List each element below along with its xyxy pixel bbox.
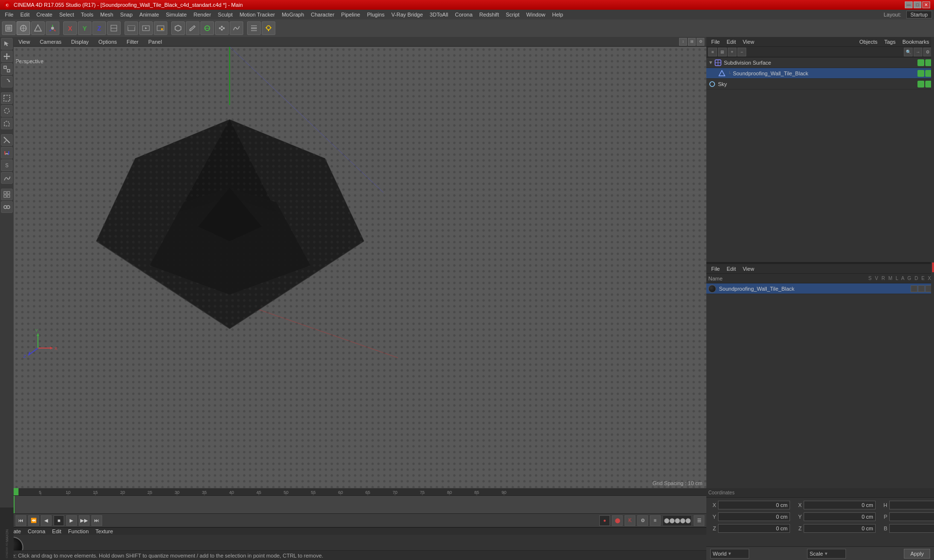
play-btn[interactable]: ▶ xyxy=(66,515,77,526)
viewport-icon-expand[interactable]: ↕ xyxy=(679,38,687,46)
viewport-menu-options[interactable]: Options xyxy=(95,38,120,46)
om-bookmarks-btn[interactable]: Bookmarks xyxy=(899,38,932,45)
viewport-icon-settings[interactable]: ⚙ xyxy=(697,38,704,46)
tool-knife[interactable] xyxy=(1,134,13,146)
mp-texture-btn[interactable]: Texture xyxy=(92,528,116,535)
render-to-pic-btn[interactable] xyxy=(154,21,167,35)
menu-script[interactable]: Script xyxy=(503,11,522,18)
cp-sx-input[interactable] xyxy=(804,501,876,509)
menu-character[interactable]: Character xyxy=(308,11,337,18)
mm-view-btn[interactable]: View xyxy=(740,265,757,272)
cp-y-input[interactable] xyxy=(718,512,790,521)
mp-function-btn[interactable]: Function xyxy=(65,528,91,535)
om-vis-check[interactable] xyxy=(917,59,924,66)
om-icon-3[interactable]: + xyxy=(728,48,736,56)
viewport-menu-cameras[interactable]: Cameras xyxy=(37,38,65,46)
menu-corona[interactable]: Corona xyxy=(452,11,475,18)
minimize-button[interactable]: — xyxy=(905,1,913,8)
z-axis-btn[interactable]: Z xyxy=(92,21,106,35)
cube-btn[interactable] xyxy=(171,21,185,35)
keyframe-record-btn[interactable]: ● xyxy=(599,515,610,526)
cp-h-input[interactable] xyxy=(889,501,934,509)
om-vis-check3[interactable] xyxy=(917,81,924,88)
tool-magnet[interactable] xyxy=(1,147,13,158)
render-settings-btn[interactable] xyxy=(247,21,261,35)
menu-window[interactable]: Window xyxy=(523,11,548,18)
viewport-menu-panel[interactable]: Panel xyxy=(145,38,165,46)
om-icon-4[interactable]: − xyxy=(737,48,746,56)
render-view-btn[interactable] xyxy=(139,21,153,35)
x-axis-btn[interactable]: X xyxy=(63,21,77,35)
light-btn[interactable] xyxy=(262,21,275,35)
mm-item-soundproofing[interactable]: Soundproofing_Wall_Tile_Black xyxy=(706,283,934,294)
om-icon-2[interactable]: ⊞ xyxy=(718,48,727,56)
tool-select[interactable] xyxy=(1,38,13,50)
menu-snap[interactable]: Snap xyxy=(117,11,136,18)
viewport-canvas[interactable]: Perspective xyxy=(14,47,706,488)
timeline-ruler[interactable]: 0 5 10 15 20 25 30 35 40 45 50 xyxy=(14,488,706,496)
om-tags-btn[interactable]: Tags xyxy=(881,38,898,45)
scatter-btn[interactable] xyxy=(215,21,229,35)
y-axis-btn[interactable]: Y xyxy=(78,21,91,35)
render-region-btn[interactable] xyxy=(125,21,138,35)
mm-flag-s[interactable] xyxy=(911,285,917,292)
mp-edit-btn[interactable]: Edit xyxy=(49,528,64,535)
menu-3dtoall[interactable]: 3DToAll xyxy=(427,11,451,18)
world-coord-btn[interactable] xyxy=(107,21,121,35)
viewport-menu-view[interactable]: View xyxy=(16,38,33,46)
om-icon-1[interactable]: ≡ xyxy=(708,48,717,56)
menu-help[interactable]: Help xyxy=(549,11,566,18)
om-collapse-icon[interactable]: ▼ xyxy=(708,60,713,65)
mm-file-btn[interactable]: File xyxy=(708,265,723,272)
tool-scale[interactable] xyxy=(1,63,13,75)
tool-paint[interactable] xyxy=(1,172,13,184)
tool-smooth[interactable]: S xyxy=(1,159,13,171)
texture-mode-btn[interactable] xyxy=(17,21,30,35)
menu-mograph[interactable]: MoGraph xyxy=(279,11,307,18)
menu-tools[interactable]: Tools xyxy=(78,11,96,18)
om-edit-btn[interactable]: Edit xyxy=(724,38,739,45)
play-prev-key-btn[interactable]: ⏪ xyxy=(28,515,39,526)
play-stop-btn[interactable]: ■ xyxy=(54,515,64,526)
timeline-track[interactable] xyxy=(14,496,706,513)
om-objects-btn[interactable]: Objects xyxy=(856,38,880,45)
timeline-list-btn[interactable]: ☰ xyxy=(694,515,704,526)
menu-render[interactable]: Render xyxy=(191,11,214,18)
scale-dropdown[interactable]: Scale ▼ xyxy=(807,549,846,559)
viewport-menu-display[interactable]: Display xyxy=(68,38,91,46)
menu-plugins[interactable]: Plugins xyxy=(364,11,387,18)
menu-edit[interactable]: Edit xyxy=(18,11,33,18)
menu-select[interactable]: Select xyxy=(56,11,77,18)
om-item-soundproofing[interactable]: └ Soundproofing_Wall_Tile_Black xyxy=(706,68,934,79)
spline-btn[interactable] xyxy=(230,21,243,35)
timeline-mode-btn[interactable]: ≡ xyxy=(650,515,661,526)
world-dropdown[interactable]: World ▼ xyxy=(710,549,749,559)
mm-flag-v[interactable] xyxy=(918,285,925,292)
om-item-subdivision[interactable]: ▼ Subdivision Surface xyxy=(706,57,934,68)
tool-poly-select[interactable] xyxy=(1,118,13,129)
om-search-icon[interactable]: 🔍 xyxy=(904,48,913,56)
cp-z-input[interactable] xyxy=(718,524,790,533)
paint-mode-btn[interactable] xyxy=(31,21,45,35)
menu-simulate[interactable]: Simulate xyxy=(163,11,190,18)
viewport[interactable]: View Cameras Display Options Filter Pane… xyxy=(14,37,706,488)
menu-vray[interactable]: V-Ray Bridge xyxy=(389,11,426,18)
mm-edit-btn[interactable]: Edit xyxy=(724,265,739,272)
tool-weld[interactable] xyxy=(1,201,13,213)
tool-grid[interactable] xyxy=(1,189,13,200)
close-button[interactable]: ✕ xyxy=(922,1,930,8)
play-first-btn[interactable]: ⏮ xyxy=(16,515,26,526)
apply-button[interactable]: Apply xyxy=(904,549,930,559)
viewport-menu-filter[interactable]: Filter xyxy=(124,38,141,46)
auto-key-btn[interactable]: K xyxy=(625,515,635,526)
tool-box-select[interactable] xyxy=(1,92,13,104)
paint-brush-btn[interactable] xyxy=(186,21,199,35)
environment-btn[interactable] xyxy=(200,21,214,35)
menu-sculpt[interactable]: Sculpt xyxy=(215,11,236,18)
cp-sz-input[interactable] xyxy=(804,524,876,533)
model-mode-btn[interactable] xyxy=(2,21,16,35)
cp-x-input[interactable] xyxy=(718,501,790,509)
cp-p-input[interactable] xyxy=(889,512,934,521)
om-file-btn[interactable]: File xyxy=(708,38,723,45)
om-right-icon1[interactable]: → xyxy=(914,48,922,56)
